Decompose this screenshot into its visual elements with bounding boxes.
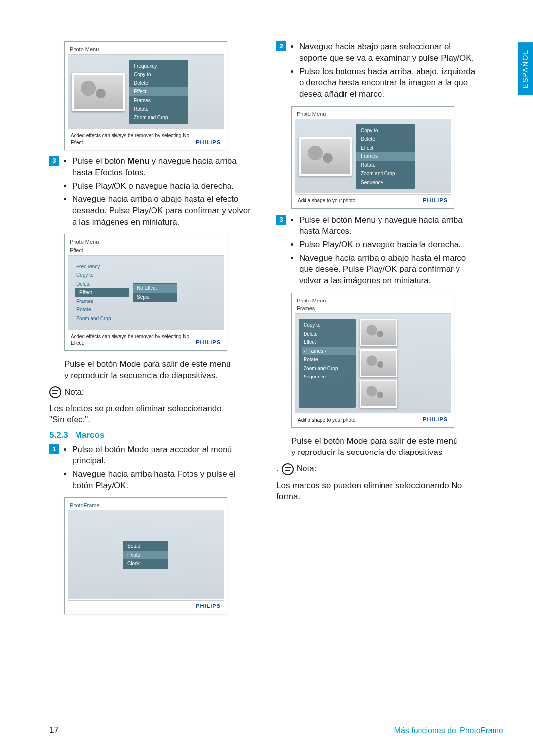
note-row: . Nota: — [276, 463, 479, 475]
note-label: Nota: — [64, 387, 84, 398]
paragraph: Pulse el botón Mode para salir de este m… — [64, 359, 237, 381]
ss-hint: Added effects can always be removed by s… — [71, 132, 196, 146]
philips-logo: PHILIPS — [196, 339, 221, 346]
note-text: Los efectos se pueden eliminar seleccion… — [49, 403, 237, 426]
heading-text: Marcos — [75, 430, 105, 441]
ss-subtitle: Effect — [68, 247, 224, 255]
philips-logo: PHILIPS — [423, 197, 448, 204]
note-row: Nota: — [49, 386, 252, 398]
step-number: 3 — [49, 156, 59, 166]
step-number: 2 — [276, 41, 286, 51]
main-menu-popup: Setup Photo Clock — [123, 541, 168, 569]
screenshot-frames-submenu: Photo Menu Frames Copy to Delete Effect … — [291, 293, 454, 428]
ss-title: Photo Menu — [295, 110, 451, 119]
note-text: Los marcos se pueden eliminar selecciona… — [276, 480, 464, 503]
language-tab: ESPAÑOL — [518, 42, 533, 95]
page-number: 17 — [49, 725, 59, 736]
screenshot-effect-submenu: Photo Menu Effect Frequency Copy to Dele… — [64, 234, 227, 351]
step-2: 2 Navegue hacia abajo para seleccionar e… — [276, 41, 479, 102]
ss-hint: Add a shape to your photo. — [298, 197, 357, 204]
step-body: Pulse el botón Menu y navegue hacia arri… — [63, 156, 252, 230]
photo-thumbnail — [299, 137, 352, 176]
note-label: Nota: — [297, 463, 317, 475]
right-column: 2 Navegue hacia abajo para seleccionar e… — [276, 39, 479, 736]
frame-preview — [360, 319, 397, 346]
philips-logo: PHILIPS — [423, 416, 448, 423]
ss-title: Photo Menu — [68, 237, 224, 247]
step-3-right: 3 Pulse el botón Menu y navegue hacia ar… — [276, 215, 479, 289]
ss-title: Photo Menu — [295, 296, 451, 305]
paragraph: Pulse el botón Mode para salir de este m… — [291, 436, 464, 458]
step-body: Navegue hacia abajo para seleccionar el … — [290, 41, 479, 102]
ss-subtitle: Frames — [295, 305, 451, 313]
footer-section-title: Más funciones del PhotoFrame — [394, 725, 503, 736]
frame-preview — [360, 349, 397, 377]
screenshot-effect-menu: Photo Menu Frequency Copy to Delete Effe… — [64, 41, 227, 150]
ss-hint: Add a shape to your photo. — [298, 417, 357, 424]
step-3: 3 Pulse el botón Menu y navegue hacia ar… — [49, 156, 252, 230]
left-column: Photo Menu Frequency Copy to Delete Effe… — [49, 39, 252, 736]
step-1: 1 Pulse el botón Mode para acceder al me… — [49, 444, 252, 493]
photo-menu-list: Copy to Delete Effect Frames Rotate Zoom… — [356, 124, 415, 189]
ss-title: Photo Menu — [68, 45, 224, 54]
section-heading: 5.2.3 Marcos — [49, 430, 252, 441]
philips-logo: PHILIPS — [196, 603, 221, 610]
photo-menu-list: Frequency Copy to Delete Effect Frames R… — [129, 60, 188, 124]
side-menu: Frequency Copy to Delete - Effect - Fram… — [72, 261, 129, 325]
page-footer: 17 Más funciones del PhotoFrame — [49, 725, 503, 736]
step-body: Pulse el botón Mode para acceder al menú… — [63, 444, 252, 493]
step-body: Pulse el botón Menu y navegue hacia arri… — [290, 215, 479, 289]
effect-popup: No Effect Sepia — [133, 283, 177, 302]
side-menu: Copy to Delete Effect - Frames - Rotate … — [299, 319, 356, 408]
screenshot-frames-menu: Photo Menu Copy to Delete Effect Frames … — [291, 106, 454, 209]
note-icon — [49, 386, 61, 398]
photo-thumbnail — [72, 73, 125, 111]
frame-preview — [360, 380, 397, 408]
philips-logo: PHILIPS — [196, 139, 221, 146]
ss-title: PhotoFrame — [68, 501, 224, 510]
heading-number: 5.2.3 — [49, 430, 68, 441]
ss-hint: Added effects can always be removed by s… — [71, 333, 196, 346]
page: Photo Menu Frequency Copy to Delete Effe… — [0, 0, 533, 756]
screenshot-main-menu: PhotoFrame Setup Photo Clock PHILIPS — [64, 497, 227, 615]
step-number: 3 — [276, 215, 286, 225]
note-icon — [282, 463, 294, 475]
frame-preview-stack — [360, 319, 397, 408]
step-number: 1 — [49, 444, 59, 454]
